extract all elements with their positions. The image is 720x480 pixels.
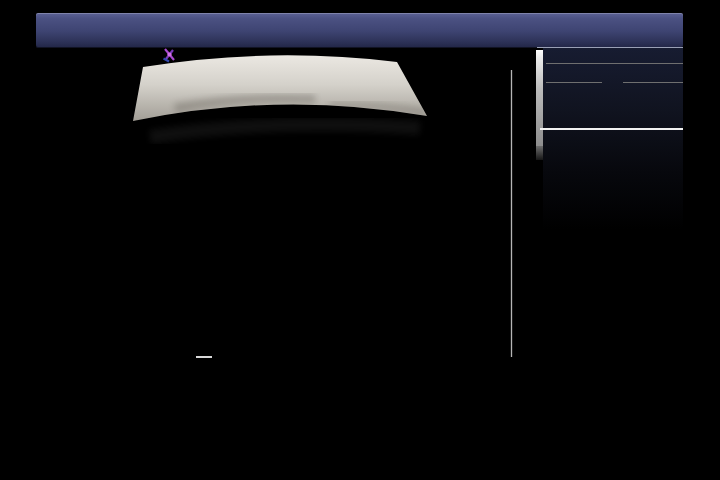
ultrasound-screen <box>0 0 720 480</box>
band-reflection <box>150 125 420 137</box>
orientation-marker-icon <box>164 49 175 62</box>
ultrasound-image-area <box>0 0 720 480</box>
